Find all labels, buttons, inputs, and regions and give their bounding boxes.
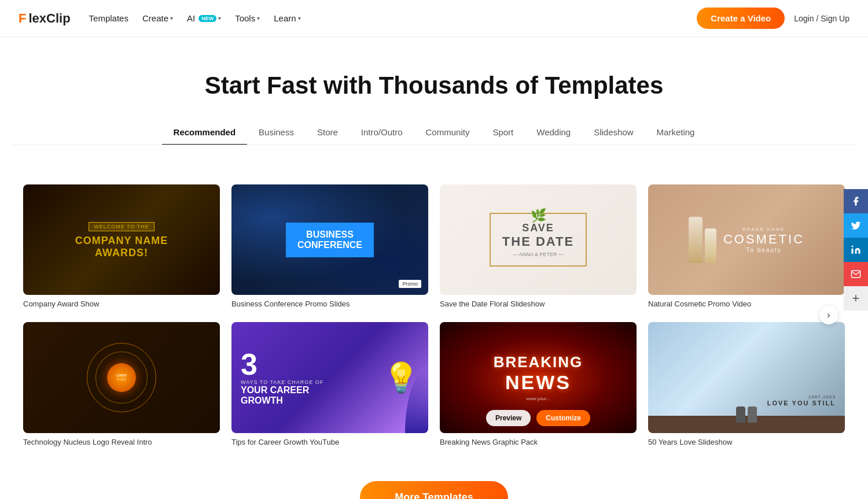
preview-button-1[interactable]: Preview (67, 231, 113, 248)
template-name-3: Save the Date Floral Slideshow (440, 300, 637, 308)
chevron-down-icon: ▾ (170, 15, 173, 21)
template-thumb-8: 1967-2023 LOVE YOU STILL Preview Customi… (648, 322, 845, 433)
tab-wedding[interactable]: Wedding (525, 120, 582, 145)
tab-community[interactable]: Community (414, 120, 481, 145)
template-card-6[interactable]: 3 Ways to take Charge of YOUR CAREERGROW… (231, 322, 428, 446)
nav-ai[interactable]: AI NEW ▾ (187, 13, 221, 23)
template-card-7[interactable]: BREAKING NEWS www.your... Preview Custom… (440, 322, 637, 446)
nav-left: F lexClip Templates Create ▾ AI NEW ▾ To… (19, 11, 301, 26)
tab-marketing[interactable]: Marketing (645, 120, 707, 145)
customize-button-8[interactable]: Customize (745, 369, 802, 386)
ai-badge: NEW (198, 15, 216, 22)
template-name-4: Natural Cosmetic Promo Video (648, 300, 845, 308)
template-thumb-5: LOGO PLACE Preview Customize (23, 322, 220, 433)
templates-grid: WELCOME TO THE COMPANY NAMEAWARDS! Previ… (23, 184, 845, 446)
customize-button-3[interactable]: Customize (537, 231, 594, 248)
chevron-down-icon: ▾ (257, 15, 260, 21)
nav-learn[interactable]: Learn ▾ (274, 13, 300, 23)
template-card-2[interactable]: BUSINESSCONFERENCE Promo Preview Customi… (231, 184, 428, 308)
career-visual: 3 Ways to take Charge of YOUR CAREERGROW… (231, 340, 428, 415)
facebook-share-button[interactable] (844, 189, 868, 213)
more-templates-button[interactable]: More Templates (360, 481, 508, 500)
preview-button-4[interactable]: Preview (692, 231, 738, 248)
template-card-8[interactable]: 1967-2023 LOVE YOU STILL Preview Customi… (648, 322, 845, 446)
tab-business[interactable]: Business (247, 120, 306, 145)
template-thumb-7: BREAKING NEWS www.your... Preview Custom… (440, 322, 637, 433)
nav-tools[interactable]: Tools ▾ (235, 13, 260, 23)
preview-button-3[interactable]: Preview (483, 231, 530, 248)
templates-wrapper: WELCOME TO THE COMPANY NAMEAWARDS! Previ… (23, 184, 845, 446)
customize-button-7[interactable]: Customize (536, 410, 590, 426)
template-name-6: Tips for Career Growth YouTube (231, 438, 428, 446)
logo[interactable]: F lexClip (19, 11, 71, 26)
template-card-5[interactable]: LOGO PLACE Preview Customize Technology … (23, 322, 220, 446)
nav-right: Create a Video Login / Sign Up (697, 8, 849, 29)
template-name-1: Company Award Show (23, 300, 220, 308)
nav-links: Templates Create ▾ AI NEW ▾ Tools ▾ Lear… (89, 13, 301, 23)
nav-create[interactable]: Create ▾ (142, 13, 173, 23)
conference-visual: BUSINESSCONFERENCE (286, 223, 374, 257)
more-section: More Templates (0, 458, 868, 500)
hero-section: Start Fast with Thousands of Templates R… (0, 37, 868, 164)
email-share-button[interactable] (844, 262, 868, 286)
promo-badge: Promo (399, 280, 421, 288)
hero-title: Start Fast with Thousands of Templates (12, 72, 856, 99)
template-name-2: Business Conference Promo Slides (231, 300, 428, 308)
chevron-down-icon: ▾ (298, 15, 301, 21)
tab-slideshow[interactable]: Slideshow (582, 120, 645, 145)
customize-button-4[interactable]: Customize (745, 231, 802, 248)
templates-section: WELCOME TO THE COMPANY NAMEAWARDS! Previ… (0, 164, 868, 458)
news-visual: BREAKING NEWS www.your... (494, 353, 583, 401)
tab-recommended[interactable]: Recommended (162, 120, 248, 145)
side-social: + (844, 189, 868, 311)
template-name-5: Technology Nucleus Logo Reveal Intro (23, 438, 220, 446)
twitter-share-button[interactable] (844, 213, 868, 238)
preview-button-8[interactable]: Preview (692, 369, 738, 386)
tab-store[interactable]: Store (306, 120, 350, 145)
preview-button-5[interactable]: Preview (67, 369, 113, 386)
create-video-button[interactable]: Create a Video (697, 8, 785, 29)
tab-sport[interactable]: Sport (481, 120, 525, 145)
category-tabs: Recommended Business Store Intro/Outro C… (12, 120, 856, 145)
more-share-button[interactable]: + (844, 286, 868, 311)
preview-button-7[interactable]: Preview (486, 410, 531, 426)
next-arrow[interactable]: › (819, 306, 838, 324)
navbar: F lexClip Templates Create ▾ AI NEW ▾ To… (0, 0, 868, 37)
template-card-1[interactable]: WELCOME TO THE COMPANY NAMEAWARDS! Previ… (23, 184, 220, 308)
linkedin-share-button[interactable] (844, 238, 868, 262)
chevron-down-icon: ▾ (218, 15, 221, 21)
logo-text: lexClip (28, 11, 70, 26)
template-name-7: Breaking News Graphic Pack (440, 438, 637, 446)
template-name-8: 50 Years Love Slideshow (648, 438, 845, 446)
template-thumb-3: 🌿 SAVE THE DATE — ANNA & PETER — Preview… (440, 184, 637, 295)
tab-intro-outro[interactable]: Intro/Outro (350, 120, 414, 145)
customize-button-1[interactable]: Customize (120, 231, 177, 248)
login-button[interactable]: Login / Sign Up (794, 14, 849, 23)
svg-point-0 (852, 245, 854, 247)
template-thumb-2: BUSINESSCONFERENCE Promo Preview Customi… (231, 184, 428, 295)
customize-button-5[interactable]: Customize (120, 369, 177, 386)
template-thumb-1: WELCOME TO THE COMPANY NAMEAWARDS! Previ… (23, 184, 220, 295)
template-thumb-4: BRAND NAME COSMETIC To beauty Preview Cu… (648, 184, 845, 295)
template-thumb-6: 3 Ways to take Charge of YOUR CAREERGROW… (231, 322, 428, 433)
logo-icon: F (19, 11, 26, 26)
nav-templates[interactable]: Templates (89, 13, 128, 23)
template-card-4[interactable]: BRAND NAME COSMETIC To beauty Preview Cu… (648, 184, 845, 308)
template-card-3[interactable]: 🌿 SAVE THE DATE — ANNA & PETER — Preview… (440, 184, 637, 308)
